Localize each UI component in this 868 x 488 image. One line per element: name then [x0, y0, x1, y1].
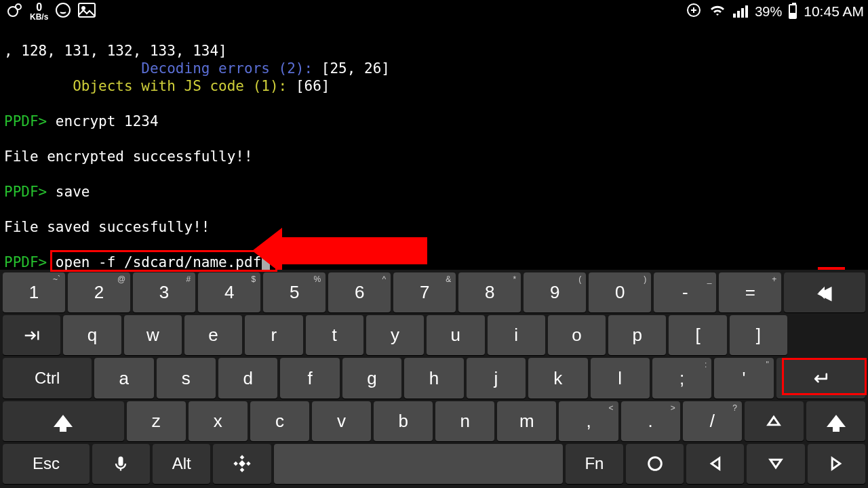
svg-rect-10 [233, 462, 238, 466]
key-t[interactable]: t [306, 315, 363, 355]
key-j[interactable]: j [467, 358, 526, 398]
key-r[interactable]: r [245, 315, 302, 355]
key-x[interactable]: x [189, 401, 248, 441]
key-b[interactable]: b [374, 401, 433, 441]
cmd-open[interactable]: open -f /sdcard/name.pdf [47, 254, 261, 270]
key-bracket-open[interactable]: [ [669, 315, 726, 355]
key-u[interactable]: u [427, 315, 484, 355]
network-speed-indicator: 0 KB/s [30, 2, 48, 21]
alt-key[interactable]: Alt [153, 444, 210, 484]
svg-rect-3 [79, 3, 95, 17]
arrow-left-key[interactable] [686, 444, 744, 484]
key-4[interactable]: $4 [198, 272, 260, 312]
key-n[interactable]: n [435, 401, 494, 441]
space-key[interactable] [274, 444, 563, 484]
terminal-output[interactable]: , 128, 131, 132, 133, 134] Decoding erro… [0, 23, 868, 270]
key-l[interactable]: l [591, 358, 650, 398]
key-i[interactable]: i [488, 315, 545, 355]
shift-icon [54, 415, 73, 427]
shift-key-right[interactable] [806, 401, 865, 441]
decoding-errors-label: Decoding errors (2): [141, 60, 313, 77]
cell-signal-icon [733, 5, 748, 18]
gallery-icon [78, 3, 96, 21]
keyboard-row-5: Esc Alt Fn [3, 444, 865, 484]
android-status-bar: 0 KB/s 39% 10:45 AM [0, 0, 868, 23]
key-9[interactable]: (9 [524, 272, 586, 312]
shift-key-left[interactable] [3, 401, 124, 441]
key-7[interactable]: &7 [393, 272, 456, 312]
key-a[interactable]: a [94, 358, 153, 398]
voice-input-key[interactable] [92, 444, 150, 484]
keyboard-row-1: ~`1 @2 #3 $4 %5 ^6 &7 *8 (9 )0 _- += ◀ [3, 272, 865, 312]
backspace-key[interactable]: ◀ [784, 272, 865, 312]
keyboard-circle-key[interactable] [626, 444, 684, 484]
msg-saved: File saved succesfully!! [4, 219, 210, 235]
arrow-right-key[interactable] [808, 444, 865, 484]
key-1[interactable]: ~`1 [3, 272, 65, 312]
key-o[interactable]: o [548, 315, 606, 355]
clock: 10:45 AM [804, 3, 864, 20]
key-2[interactable]: @2 [68, 272, 130, 312]
msg-encrypted: File encrypted successfully!! [4, 148, 253, 165]
key-slash[interactable]: ?/ [683, 401, 742, 441]
tab-key[interactable] [3, 315, 60, 355]
key-c[interactable]: c [250, 401, 309, 441]
key-3[interactable]: #3 [133, 272, 195, 312]
shift-icon [827, 415, 846, 427]
esc-key[interactable]: Esc [3, 444, 90, 484]
battery-percentage: 39% [755, 4, 782, 20]
svg-point-1 [16, 4, 21, 9]
key-bracket-close[interactable]: ] [730, 315, 787, 355]
key-0[interactable]: )0 [589, 272, 651, 312]
svg-point-2 [56, 3, 70, 17]
cmd-save: save [47, 184, 90, 200]
whatsapp-icon [55, 2, 71, 22]
svg-rect-9 [240, 468, 245, 472]
uc-browser-icon [7, 2, 23, 22]
key-v[interactable]: v [312, 401, 371, 441]
keyboard-row-4: z x c v b n m <, >. ?/ [3, 401, 865, 441]
enter-key[interactable] [776, 358, 865, 398]
key-quote[interactable]: "' [714, 358, 773, 398]
key-w[interactable]: w [124, 315, 182, 355]
key-6[interactable]: ^6 [328, 272, 391, 312]
swipe-settings-key[interactable] [213, 444, 271, 484]
key-period[interactable]: >. [621, 401, 680, 441]
svg-point-13 [648, 458, 661, 470]
key-m[interactable]: m [497, 401, 556, 441]
key-d[interactable]: d [218, 358, 277, 398]
keyboard-row-2: q w e r t y u i o p [ ] [3, 315, 865, 355]
js-objects-label: Objects with JS code (1): [73, 78, 287, 94]
keyboard-row-3: Ctrl a s d f g h j k l :; "' [3, 358, 865, 398]
key-e[interactable]: e [184, 315, 242, 355]
annotation-arrow-left [281, 237, 427, 264]
key-minus[interactable]: _- [654, 272, 716, 312]
key-s[interactable]: s [157, 358, 216, 398]
on-screen-keyboard: ~`1 @2 #3 $4 %5 ^6 &7 *8 (9 )0 _- += ◀ q… [0, 270, 868, 488]
fn-key[interactable]: Fn [566, 444, 623, 484]
battery-fill [790, 13, 795, 18]
key-semicolon[interactable]: :; [652, 358, 711, 398]
key-h[interactable]: h [404, 358, 463, 398]
key-5[interactable]: %5 [263, 272, 326, 312]
key-8[interactable]: *8 [458, 272, 521, 312]
key-z[interactable]: z [127, 401, 186, 441]
key-p[interactable]: p [608, 315, 666, 355]
ctrl-key[interactable]: Ctrl [3, 358, 92, 398]
prompt: PPDF> [4, 184, 47, 200]
key-y[interactable]: y [366, 315, 424, 355]
wifi-icon [709, 3, 726, 20]
key-g[interactable]: g [342, 358, 401, 398]
key-k[interactable]: k [528, 358, 587, 398]
prompt: PPDF> [4, 113, 47, 129]
key-equals[interactable]: += [719, 272, 781, 312]
svg-rect-8 [240, 455, 245, 460]
svg-rect-11 [246, 462, 251, 466]
key-comma[interactable]: <, [559, 401, 618, 441]
arrow-down-key[interactable] [747, 444, 804, 484]
svg-rect-7 [119, 457, 123, 466]
key-f[interactable]: f [280, 358, 339, 398]
object-ids-line: , 128, 131, 132, 133, 134] [4, 43, 227, 59]
key-q[interactable]: q [63, 315, 121, 355]
arrow-up-key[interactable] [745, 401, 804, 441]
